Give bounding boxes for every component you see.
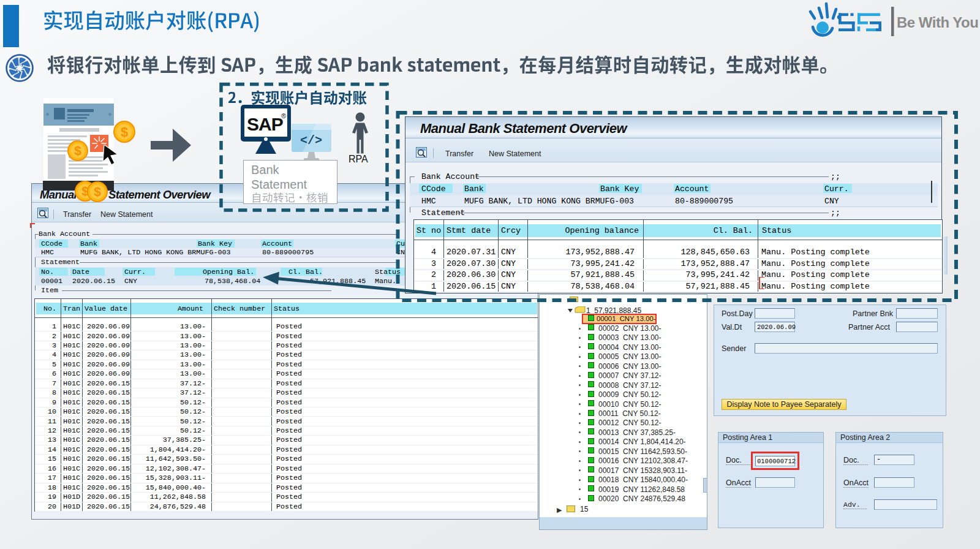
svg-text:</>: </> bbox=[300, 134, 322, 148]
svg-text:$: $ bbox=[121, 124, 128, 140]
svg-text:SAP: SAP bbox=[247, 114, 283, 134]
svg-text:Be With You: Be With You bbox=[897, 14, 978, 31]
svg-text:$: $ bbox=[94, 184, 101, 199]
svg-text:$: $ bbox=[74, 143, 81, 157]
svg-text:®: ® bbox=[281, 112, 286, 119]
